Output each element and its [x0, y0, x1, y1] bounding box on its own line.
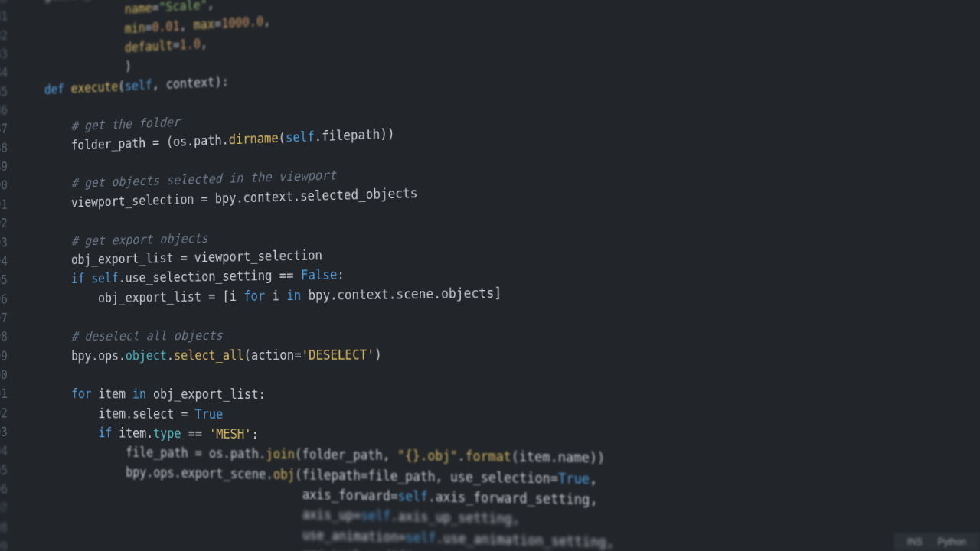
code-token: = — [214, 16, 221, 31]
code-token: for — [243, 288, 265, 303]
line-number: 194 — [0, 251, 18, 271]
code-token: default — [125, 38, 173, 55]
code-token: if — [98, 425, 112, 440]
code-token: # deselect all objects — [71, 328, 223, 344]
code-token: True — [195, 406, 224, 422]
code-token: ) — [374, 347, 382, 362]
code-token: def — [44, 81, 64, 96]
code-token — [18, 83, 44, 98]
code-token: join — [266, 446, 295, 461]
code-content[interactable]: bpy.ops.object.select_all(action='DESELE… — [18, 344, 381, 365]
line-number: 202 — [0, 403, 18, 422]
code-token: bpy.ops. — [18, 348, 126, 364]
code-token: 'MESH' — [209, 426, 252, 442]
code-token: 1.0 — [180, 37, 201, 53]
code-token: bpy.ops.export_scene. — [18, 463, 273, 481]
code-token: item — [92, 386, 132, 401]
code-token: .use_animation_setting, — [436, 530, 614, 549]
line-number: 195 — [0, 270, 18, 289]
code-token: 1000.0 — [221, 14, 263, 31]
code-token: in — [132, 386, 146, 401]
code-token — [18, 386, 71, 401]
code-token: self — [125, 77, 152, 93]
code-line[interactable]: 200 — [0, 363, 980, 386]
status-language: Python — [938, 536, 966, 547]
code-token — [18, 233, 71, 249]
line-number: 182 — [0, 25, 18, 46]
line-number: 188 — [0, 138, 18, 158]
code-token: execute — [71, 79, 119, 96]
line-number: 183 — [0, 44, 18, 64]
code-content[interactable]: for item in obj_export_list: — [18, 384, 266, 404]
code-token: obj_export_list = viewport_selection — [18, 247, 322, 268]
line-number: 196 — [0, 289, 18, 308]
code-token: self — [406, 530, 436, 546]
line-number: 186 — [0, 100, 18, 120]
code-token: type — [153, 425, 181, 441]
code-token: max — [194, 16, 214, 32]
code-token: , — [179, 18, 193, 33]
code-token: 0.01 — [152, 18, 180, 34]
line-number: 197 — [0, 308, 18, 328]
code-token: == — [181, 426, 209, 442]
code-token: .filepath)) — [315, 126, 395, 144]
code-token: . — [458, 448, 466, 464]
code-token — [18, 329, 71, 344]
line-number: 205 — [0, 460, 18, 480]
line-number: 192 — [0, 214, 18, 233]
code-token: name — [125, 1, 152, 17]
code-token — [18, 425, 98, 440]
code-token: for — [71, 386, 92, 401]
line-number: 203 — [0, 422, 18, 442]
status-bar: INS Python — [893, 533, 980, 551]
code-token: 'DESELECT' — [302, 347, 375, 362]
code-token: False — [301, 267, 338, 282]
code-content[interactable]: # deselect all objects — [18, 325, 223, 346]
code-token: # get the folder — [71, 115, 180, 134]
code-token: item. — [112, 425, 153, 441]
line-number: 199 — [0, 347, 18, 366]
line-number: 190 — [0, 176, 18, 196]
code-token: "Scale" — [158, 0, 207, 15]
code-token: select_all — [174, 347, 244, 363]
code-token: ( — [118, 79, 125, 93]
code-token: ( — [279, 130, 286, 145]
code-token: , — [590, 471, 598, 487]
line-number: 198 — [0, 328, 18, 347]
code-content[interactable]: if item.type == 'MESH': — [18, 422, 259, 444]
code-token: item.select = — [18, 406, 194, 422]
code-token: , context): — [152, 73, 229, 92]
code-token: if — [71, 272, 85, 286]
code-content[interactable]: item.select = True — [18, 403, 223, 424]
code-token: format — [466, 448, 511, 465]
code-token: .use_selection_setting == — [119, 268, 301, 285]
status-insert-mode: INS — [907, 536, 923, 547]
line-number: 201 — [0, 384, 18, 403]
code-token: self — [361, 508, 390, 524]
code-token: # get export objects — [71, 230, 208, 248]
code-token: in — [286, 288, 301, 303]
line-number: 204 — [0, 442, 18, 461]
code-token: dirname — [229, 130, 279, 147]
code-token — [18, 176, 70, 192]
code-token — [64, 81, 71, 96]
code-token: ) — [18, 59, 132, 79]
code-token: = — [152, 0, 158, 15]
line-number: 184 — [0, 63, 18, 83]
code-token: = — [173, 37, 180, 53]
code-editor[interactable]: 177 default='Y',178 )179180 global_scale… — [0, 0, 980, 551]
code-token: (filepath=file_path, use_selection= — [295, 467, 558, 486]
code-token: , — [207, 0, 214, 12]
code-token: (action= — [244, 347, 302, 363]
line-number: 209 — [0, 536, 18, 551]
line-number: 185 — [0, 82, 18, 102]
code-token — [18, 119, 70, 136]
code-token — [18, 0, 44, 4]
code-token: , — [263, 13, 270, 28]
code-token: : — [337, 267, 345, 282]
code-token: object — [126, 347, 167, 362]
code-token: bpy.context.scene.objects] — [301, 285, 501, 302]
line-number: 189 — [0, 157, 18, 177]
line-number: 206 — [0, 479, 18, 499]
code-token: .axis_forward_setting, — [428, 489, 598, 507]
